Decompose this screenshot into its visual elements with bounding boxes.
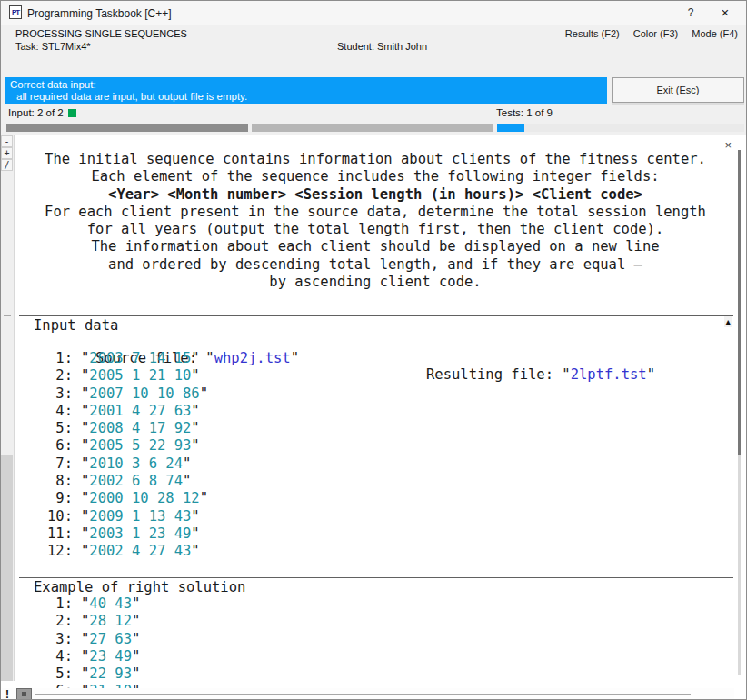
tests-progress-bar <box>497 124 744 132</box>
row-value: "2000 10 28 12" <box>81 490 208 506</box>
row-number: 8: <box>44 473 73 490</box>
row-number: 11: <box>44 525 73 543</box>
task-text-line: <Year> <Month number> <Session length (i… <box>15 186 735 204</box>
row-value: "2010 3 6 24" <box>81 455 191 472</box>
quote-mark: " <box>191 403 199 419</box>
task-panel: -+/ × The initial sequence contains info… <box>1 135 746 699</box>
input-data-row: 4:"2001 4 27 63" <box>1 403 746 420</box>
row-value-text: 2002 6 8 74 <box>89 473 183 489</box>
task-description: The initial sequence contains informatio… <box>15 151 735 291</box>
alert-icon: ! <box>5 688 9 699</box>
vertical-scrollbar[interactable] <box>738 150 741 675</box>
input-progress-segment <box>252 124 493 132</box>
horizontal-scrollbar-thumb[interactable] <box>16 688 32 699</box>
row-value: "23 49" <box>81 648 140 665</box>
quote-mark: " <box>191 420 199 436</box>
row-value: "27 63" <box>81 631 140 647</box>
tests-progress-label: Tests: 1 of 9 <box>496 107 553 118</box>
quote-mark: " <box>132 613 140 629</box>
quote-mark: " <box>191 525 199 542</box>
font-reset-button[interactable]: / <box>1 159 13 171</box>
panel-close-icon[interactable]: × <box>724 138 732 152</box>
input-data-row: 3:"2007 10 10 86" <box>1 385 746 403</box>
task-text-line: and ordered by descending total length, … <box>15 256 735 274</box>
row-number: 2: <box>44 367 73 385</box>
quote-mark: " <box>81 613 89 629</box>
menu-item-mode-f4[interactable]: Mode (F4) <box>692 28 738 39</box>
row-value-text: 2002 4 27 43 <box>89 543 191 559</box>
quote-mark: " <box>81 455 89 472</box>
row-number: 4: <box>44 648 73 665</box>
row-value-text: 2003 1 23 49 <box>89 525 191 542</box>
app-icon: PT <box>9 5 22 19</box>
section-divider <box>19 577 733 578</box>
quote-mark: " <box>81 473 89 489</box>
header-menu: Results (F2)Color (F3)Mode (F4) <box>565 28 738 39</box>
horizontal-scrollbar-track[interactable] <box>35 694 691 695</box>
row-number: 3: <box>44 631 73 648</box>
row-value-text: 2005 1 21 10 <box>89 367 191 384</box>
font-increase-button[interactable]: + <box>1 147 13 159</box>
menu-item-results-f2[interactable]: Results (F2) <box>565 28 620 39</box>
row-value: "28 12" <box>81 613 140 629</box>
quote-mark: " <box>191 437 199 454</box>
row-value: "40 43" <box>81 595 140 612</box>
close-icon[interactable]: × <box>715 5 735 20</box>
quote-mark: " <box>81 595 89 612</box>
scroll-up-icon[interactable]: ▲ <box>724 316 732 327</box>
quote-mark: " <box>81 437 89 454</box>
row-value-text: 27 63 <box>89 631 132 647</box>
quote-mark: " <box>200 490 208 506</box>
horizontal-scrollbar[interactable]: ! <box>2 688 734 699</box>
row-value-text: 2010 3 6 24 <box>89 455 183 472</box>
row-value: "2009 1 13 43" <box>81 508 200 525</box>
files-line: Source file: "whp2j.tst" Resulting file:… <box>1 334 746 351</box>
row-value-text: 40 43 <box>89 595 132 612</box>
font-decrease-button[interactable]: - <box>1 135 13 147</box>
row-value: "2005 5 22 93" <box>81 437 200 454</box>
app-window: PT Programming Taskbook [C++] ? × PROCES… <box>0 0 747 700</box>
quote-mark: " <box>191 543 199 559</box>
input-progress-text: Input: 2 of 2 <box>8 107 64 118</box>
quote-mark: " <box>191 508 199 525</box>
row-value: "2005 1 21 10" <box>81 367 200 384</box>
quote-mark: " <box>191 350 199 366</box>
row-number: 2: <box>44 613 73 630</box>
quote-mark: " <box>81 367 89 384</box>
help-icon[interactable]: ? <box>682 6 699 19</box>
input-progress-segment <box>6 124 248 132</box>
exit-button[interactable]: Exit (Esc) <box>612 77 744 103</box>
status-line-1: Correct data input: <box>10 79 96 90</box>
row-value-text: 2000 10 28 12 <box>89 490 199 506</box>
example-heading: Example of right solution <box>34 579 245 595</box>
row-number: 5: <box>44 420 73 437</box>
row-number: 7: <box>44 455 73 473</box>
example-row: 5:"22 93" <box>1 665 746 683</box>
quote-mark: " <box>81 508 89 525</box>
row-value: "22 93" <box>81 665 140 682</box>
gutter-divider <box>4 315 11 316</box>
menu-item-color-f3[interactable]: Color (F3) <box>633 28 679 39</box>
example-row: 4:"23 49" <box>1 648 746 665</box>
row-number: 5: <box>44 665 73 683</box>
row-value: "2003 7 14 15" <box>81 350 200 366</box>
quote-mark: " <box>132 595 140 612</box>
row-number: 6: <box>44 437 73 455</box>
section-title: PROCESSING SINGLE SEQUENCES <box>15 28 187 39</box>
quote-mark: " <box>81 490 89 506</box>
section-divider <box>19 315 733 316</box>
quote-mark: " <box>81 385 89 402</box>
task-text-line: The initial sequence contains informatio… <box>15 151 735 168</box>
input-data-row: 12:"2002 4 27 43" <box>1 543 746 560</box>
row-value: "2008 4 17 92" <box>81 420 200 436</box>
quote-mark: " <box>132 631 140 647</box>
vertical-scrollbar-thumb[interactable] <box>738 150 741 455</box>
quote-mark: " <box>183 455 191 472</box>
row-number: 9: <box>44 490 73 507</box>
input-data-row: 10:"2009 1 13 43" <box>1 508 746 525</box>
window-title: Programming Taskbook [C++] <box>27 7 172 20</box>
row-value-text: 2008 4 17 92 <box>89 420 191 436</box>
input-progress-bar <box>6 124 493 132</box>
row-value-text: 2005 5 22 93 <box>89 437 191 454</box>
task-text-line: by ascending client code. <box>15 274 735 291</box>
